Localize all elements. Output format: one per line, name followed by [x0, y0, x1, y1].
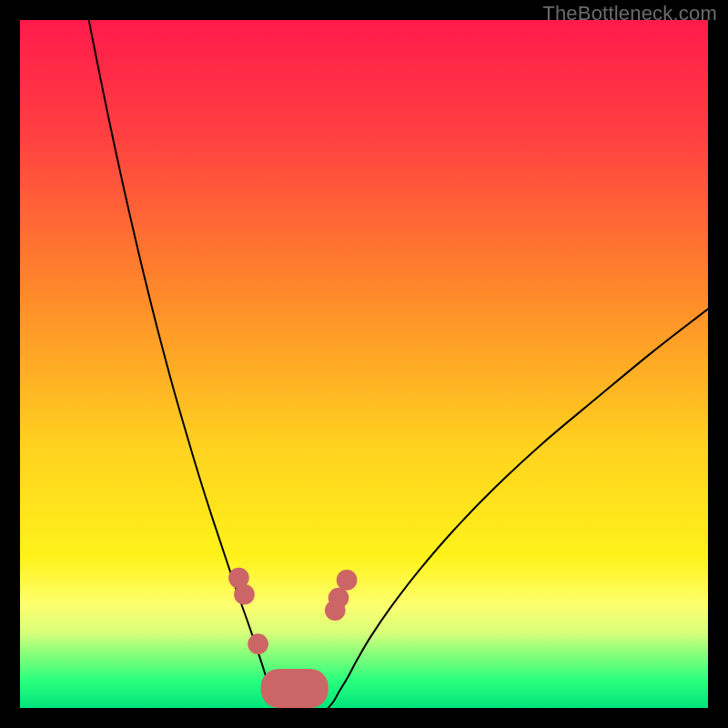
bottom-blob	[261, 669, 329, 708]
curve-layer	[20, 20, 708, 708]
bottom-dots	[248, 633, 268, 654]
chart-frame: TheBottleneck.com	[0, 0, 728, 728]
plot-area	[20, 20, 708, 708]
right-curve	[329, 309, 708, 708]
bottom-dots	[329, 588, 349, 609]
bottom-dots	[337, 570, 358, 591]
bottom-dots	[234, 584, 255, 605]
left-curve	[89, 20, 282, 708]
watermark-text: TheBottleneck.com	[542, 2, 717, 25]
